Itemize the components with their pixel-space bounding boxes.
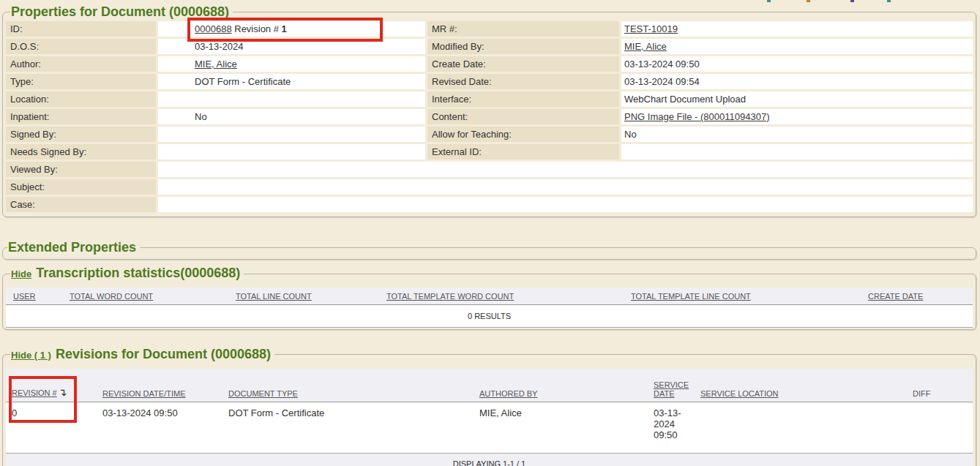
interface-value: WebChart Document Upload (621, 91, 973, 107)
location-label: Location: (6, 91, 156, 107)
column-header-document-type: DOCUMENT TYPE (222, 369, 474, 402)
external-id-label: External ID: (427, 144, 619, 159)
service-date-sort-link[interactable]: SERVICE DATE (654, 380, 689, 398)
document-id-link[interactable]: 0000688 (195, 23, 232, 34)
user-sort-link[interactable]: USER (13, 292, 36, 301)
case-label: Case: (6, 197, 156, 212)
dos-value: 03-13-2024 (158, 39, 425, 54)
transcription-header-row: USER TOTAL WORD COUNT TOTAL LINE COUNT T… (6, 288, 973, 304)
author-value: MIE, Alice (158, 56, 425, 72)
revisions-title: Revisions for Document (0000688) (56, 347, 271, 361)
inpatient-label: Inpatient: (6, 109, 156, 124)
property-row-case: Case: (6, 197, 973, 212)
transcription-hide-link[interactable]: Hide (11, 268, 31, 279)
column-header-user: USER (6, 288, 62, 304)
transcription-statistics-legend: HideTranscription statistics(0000688) (10, 266, 244, 282)
total-template-word-count-sort-link[interactable]: TOTAL TEMPLATE WORD COUNT (386, 292, 514, 301)
service-location-sort-link[interactable]: SERVICE LOCATION (700, 389, 779, 398)
property-row-type: Type: DOT Form - Certificate Revised Dat… (6, 74, 973, 89)
modified-by-link[interactable]: MIE, Alice (624, 41, 667, 52)
location-value (158, 91, 425, 107)
revision-number: 1 (282, 23, 287, 34)
revision-number-cell: 0 (6, 402, 97, 454)
revision-text: Revision # (234, 23, 279, 34)
revised-date-label: Revised Date: (427, 74, 619, 89)
total-template-line-count-sort-link[interactable]: TOTAL TEMPLATE LINE COUNT (631, 292, 751, 301)
total-line-count-sort-link[interactable]: TOTAL LINE COUNT (236, 292, 312, 301)
create-date-label: Create Date: (427, 56, 619, 72)
create-date-sort-link[interactable]: CREATE DATE (868, 292, 923, 301)
cropped-link-artifact (767, 0, 771, 2)
content-value: PNG Image File - (800011094307) (621, 109, 973, 124)
document-type-cell: DOT Form - Certificate (222, 402, 474, 454)
content-label: Content: (427, 109, 619, 124)
transcription-statistics-table: USER TOTAL WORD COUNT TOTAL LINE COUNT T… (6, 288, 973, 328)
properties-section: Properties for Document (0000688) ID: 00… (2, 4, 976, 217)
viewed-by-label: Viewed By: (6, 162, 156, 177)
viewed-by-value (158, 162, 973, 177)
property-row-id: ID: 0000688 Revision # 1 MR #: TEST-1001… (6, 21, 973, 37)
column-header-revision-datetime: REVISION DATE/TIME (97, 369, 222, 402)
column-header-service-date: SERVICE DATE (648, 369, 695, 402)
content-file-link[interactable]: PNG Image File - (800011094307) (624, 111, 769, 122)
authored-by-cell: MIE, Alice (474, 402, 648, 454)
allow-teaching-label: Allow for Teaching: (427, 127, 619, 142)
author-label: Author: (6, 56, 156, 72)
cropped-link-artifact (807, 0, 810, 2)
extended-properties-section: Extended Properties (2, 240, 976, 260)
property-row-location: Location: Interface: WebChart Document U… (6, 91, 973, 107)
column-header-total-line-count: TOTAL LINE COUNT (228, 288, 379, 304)
modified-by-label: Modified By: (427, 39, 619, 54)
column-header-total-template-line-count: TOTAL TEMPLATE LINE COUNT (624, 288, 861, 304)
external-id-value (621, 144, 973, 159)
results-count-text: 0 RESULTS (6, 304, 973, 327)
column-header-total-word-count: TOTAL WORD COUNT (62, 288, 228, 304)
mr-value: TEST-10019 (621, 21, 973, 37)
properties-section-title: Properties for Document (0000688) (10, 4, 233, 20)
signed-by-value (158, 127, 425, 142)
revision-datetime-cell: 03-13-2024 09:50 (97, 402, 222, 454)
cropped-link-artifact (850, 0, 854, 2)
inpatient-value: No (158, 109, 425, 124)
transcription-statistics-title: Transcription statistics(0000688) (36, 266, 240, 280)
column-header-total-template-word-count: TOTAL TEMPLATE WORD COUNT (379, 288, 624, 304)
property-row-dos: D.O.S: 03-13-2024 Modified By: MIE, Alic… (6, 39, 973, 54)
allow-teaching-value: No (621, 127, 973, 142)
column-header-revision-number: REVISION #↴ (6, 369, 97, 402)
column-header-diff: DIFF (907, 369, 973, 402)
needs-signed-by-label: Needs Signed By: (6, 144, 156, 159)
mr-number-link[interactable]: TEST-10019 (624, 23, 678, 34)
property-row-author: Author: MIE, Alice Create Date: 03-13-20… (6, 56, 973, 72)
case-value (158, 197, 973, 212)
property-row-viewed-by: Viewed By: (6, 162, 973, 177)
authored-by-sort-link[interactable]: AUTHORED BY (479, 389, 537, 398)
extended-properties-title: Extended Properties (7, 240, 140, 255)
service-location-cell (695, 402, 907, 454)
revisions-header-row: REVISION #↴ REVISION DATE/TIME DOCUMENT … (6, 369, 973, 402)
diff-cell (907, 402, 973, 454)
column-header-service-location: SERVICE LOCATION (695, 369, 907, 402)
total-word-count-sort-link[interactable]: TOTAL WORD COUNT (70, 292, 153, 301)
property-row-needs-signed: Needs Signed By: External ID: (6, 144, 973, 159)
property-row-inpatient: Inpatient: No Content: PNG Image File - … (6, 109, 973, 124)
revisions-hide-link[interactable]: Hide ( 1 ) (11, 350, 51, 361)
property-row-signed-by: Signed By: Allow for Teaching: No (6, 127, 973, 142)
create-date-value: 03-13-2024 09:50 (621, 56, 973, 72)
revision-datetime-sort-link[interactable]: REVISION DATE/TIME (102, 389, 185, 398)
dos-label: D.O.S: (6, 39, 156, 54)
revisions-section: Hide ( 1 )Revisions for Document (000068… (2, 347, 976, 466)
revision-number-sort-link[interactable]: REVISION # (12, 388, 57, 397)
revisions-table: REVISION #↴ REVISION DATE/TIME DOCUMENT … (6, 369, 973, 466)
document-type-sort-link[interactable]: DOCUMENT TYPE (228, 389, 298, 398)
column-header-authored-by: AUTHORED BY (474, 369, 648, 402)
author-link[interactable]: MIE, Alice (195, 59, 237, 69)
service-date-cell: 03-13-2024 09:50 (648, 402, 695, 454)
type-label: Type: (6, 74, 156, 89)
sort-descending-icon[interactable]: ↴ (59, 386, 67, 398)
column-header-create-date: CREATE DATE (861, 288, 973, 304)
revision-row[interactable]: 0 03-13-2024 09:50 DOT Form - Certificat… (6, 402, 973, 454)
needs-signed-by-value (158, 144, 425, 159)
id-label: ID: (6, 21, 156, 37)
type-value: DOT Form - Certificate (158, 74, 425, 89)
subject-label: Subject: (6, 179, 156, 195)
